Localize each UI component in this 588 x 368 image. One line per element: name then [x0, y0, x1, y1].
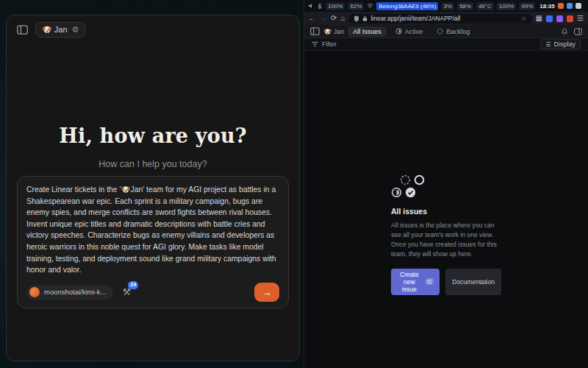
team-selector-label: 🐶 Jan [42, 25, 68, 35]
volume-icon [308, 3, 314, 9]
brightness-status: 99% [519, 2, 535, 10]
url-text[interactable]: linear.app/janii/team/JANAPP/all [370, 15, 517, 22]
tab-backlog[interactable]: Backlog [431, 26, 475, 37]
browser-toolbar: ← → ⟳ ⌂ linear.app/janii/team/JANAPP/all… [304, 12, 588, 25]
tabbar-right-icons [561, 28, 582, 35]
greeting-subtitle: How can I help you today? [7, 159, 299, 169]
memory-status: 58% [457, 2, 473, 10]
model-selector[interactable]: moonshotai/kimi-k... [26, 285, 113, 300]
app-tray-icon[interactable] [567, 3, 573, 9]
backlog-icon [437, 28, 443, 35]
chat-input-card[interactable]: Create Linear tickets in the '🐶Jan' team… [17, 176, 289, 308]
todo-status-icon [414, 174, 425, 185]
team-selector[interactable]: 🐶 Jan ⚙ [35, 22, 85, 38]
home-icon[interactable]: ⌂ [340, 15, 345, 22]
chat-input-text[interactable]: Create Linear tickets in the '🐶Jan' team… [26, 184, 279, 276]
all-issues-empty-state: All issues All issues is the place where… [391, 174, 501, 295]
tools-button[interactable]: ⚒ 24 [122, 286, 131, 297]
forward-icon[interactable]: → [320, 15, 327, 22]
bookmark-star-icon[interactable]: ☆ [521, 15, 527, 22]
shortcut-key-badge: C [426, 278, 434, 285]
display-label: Display [553, 40, 576, 48]
power-status: 62% [348, 2, 364, 10]
empty-state-actions: Create new issue C Documentation [391, 269, 501, 295]
tab-active[interactable]: Active [390, 26, 429, 37]
network-status-badge: Belong38AAE9 (46%) [376, 2, 438, 10]
temperature-status: 46°C [476, 2, 494, 10]
battery-status: 100% [326, 2, 345, 10]
model-selector-label: moonshotai/kimi-k... [44, 288, 106, 296]
linear-content: All issues All issues is the place where… [304, 51, 588, 368]
tools-count-badge: 24 [128, 281, 138, 289]
empty-state-title: All issues [391, 207, 501, 216]
tray-icon[interactable] [576, 3, 581, 9]
menu-icon[interactable]: ☰ [577, 15, 584, 22]
filter-label: Filter [322, 40, 337, 48]
display-button[interactable]: ☰ Display [540, 39, 581, 49]
create-new-issue-label: Create new issue [397, 271, 422, 293]
clock: 18:35 [539, 3, 554, 10]
create-new-issue-button[interactable]: Create new issue C [391, 269, 440, 295]
tab-backlog-label: Backlog [446, 28, 470, 35]
bell-icon[interactable] [561, 28, 568, 35]
refresh-icon[interactable]: ⟳ [331, 15, 337, 22]
filter-bar: Filter ☰ Display [304, 38, 588, 51]
tab-all-issues[interactable]: All Issues [348, 26, 387, 37]
back-icon[interactable]: ← [309, 15, 316, 22]
address-bar[interactable]: linear.app/janii/team/JANAPP/all ☆ [348, 14, 531, 24]
extension-icon[interactable] [546, 15, 553, 22]
filter-icon [312, 41, 318, 47]
moonshot-logo-icon [29, 287, 40, 297]
gear-icon[interactable]: ⚙ [72, 25, 79, 35]
linear-tabbar: 🐶 Jan All Issues Active Backlog [304, 25, 588, 38]
greeting-title: Hi, how are you? [7, 124, 299, 147]
system-status-bar: 100% 62% Belong38AAE9 (46%) 3% 58% 46°C … [304, 0, 588, 12]
linear-team-label[interactable]: 🐶 Jan [323, 28, 344, 35]
tab-active-label: Active [405, 28, 423, 35]
tab-all-issues-label: All Issues [353, 28, 381, 35]
shield-icon[interactable] [354, 15, 359, 22]
right-panel-icon[interactable] [574, 28, 582, 35]
cpu-status: 3% [441, 2, 454, 10]
linear-sidebar-toggle-icon[interactable] [310, 27, 320, 35]
display-icon: ☰ [545, 41, 551, 48]
greeting-block: Hi, how are you? How can I help you toda… [7, 124, 299, 169]
empty-state-description: All issues is the place where you can se… [391, 221, 501, 259]
sidebar-toggle-icon[interactable] [15, 23, 29, 38]
mail-tray-icon[interactable] [558, 3, 564, 9]
in-progress-icon [395, 28, 402, 35]
backlog-status-icon [400, 174, 411, 185]
extensions-grid-icon[interactable]: ▦ [536, 15, 542, 22]
send-button[interactable]: → [254, 283, 279, 302]
bluetooth-icon [317, 3, 323, 9]
browser-window: 100% 62% Belong38AAE9 (46%) 3% 58% 46°C … [304, 0, 588, 368]
filter-button[interactable]: Filter [312, 40, 337, 48]
adblock-extension-icon[interactable] [567, 15, 573, 22]
extension-icon[interactable] [556, 15, 563, 22]
chat-header: 🐶 Jan ⚙ [7, 15, 299, 44]
composer-row: moonshotai/kimi-k... ⚒ 24 → [26, 283, 279, 302]
status-icons-cluster [391, 174, 501, 198]
in-progress-status-icon [391, 187, 402, 198]
documentation-button[interactable]: Documentation [445, 269, 501, 295]
done-status-icon [405, 187, 416, 198]
jan-chat-window: 🐶 Jan ⚙ Hi, how are you? How can I help … [6, 15, 300, 361]
wifi-icon [367, 3, 373, 9]
send-arrow-icon: → [262, 286, 272, 298]
lock-icon [362, 15, 368, 21]
disk-status: 100% [497, 2, 516, 10]
